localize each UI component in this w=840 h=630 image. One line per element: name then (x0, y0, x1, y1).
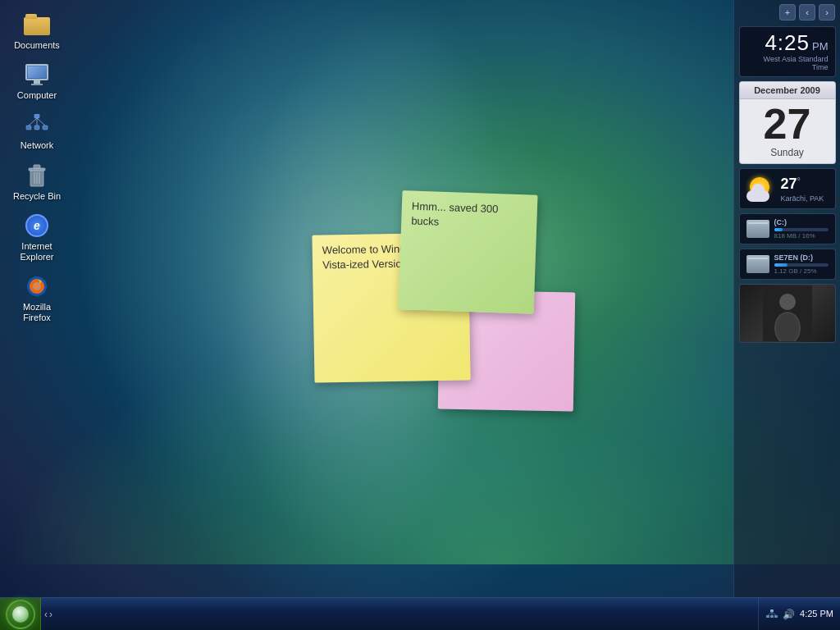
calendar-weekday: Sunday (740, 147, 835, 163)
desktop-icon-computer[interactable]: Computer (8, 58, 66, 104)
sticky-note-green-text: Hmm... saved 300 bucks (411, 200, 499, 228)
widget-weather: 27 ° Karāchi, PAK (739, 168, 836, 209)
weather-city: Karāchi, PAK (781, 194, 829, 203)
start-button[interactable] (0, 598, 41, 631)
recycle-bin-icon (24, 162, 50, 189)
desktop-icon-documents[interactable]: Documents (8, 8, 66, 54)
svg-line-6 (37, 118, 45, 126)
calendar-month-year: December 2009 (740, 82, 835, 99)
drive-c-icon (746, 220, 769, 238)
documents-label: Documents (14, 40, 60, 51)
desktop-icon-recycle-bin[interactable]: Recycle Bin (8, 159, 66, 205)
weather-icon (746, 174, 776, 203)
svg-rect-23 (774, 615, 778, 618)
sidebar-panel: + ‹ › 4:25 PM West Asia Standard Time De… (733, 0, 840, 597)
network-label: Network (21, 140, 53, 151)
svg-rect-22 (770, 615, 774, 618)
weather-temp: 27 (781, 176, 797, 193)
taskbar-nav: ‹ › (41, 609, 56, 620)
recycle-bin-label: Recycle Bin (13, 191, 61, 202)
svg-line-4 (29, 118, 37, 126)
svg-rect-1 (26, 126, 31, 130)
taskbar-clock: 4:25 PM (800, 608, 833, 620)
sticky-note-green[interactable]: Hmm... saved 300 bucks (399, 190, 538, 314)
tray-icon-network[interactable] (765, 608, 778, 621)
ie-label: Internet Explorer (11, 241, 62, 262)
start-orb (6, 600, 35, 629)
sidebar-toolbar: + ‹ › (734, 4, 840, 22)
ie-icon: e (24, 212, 50, 239)
firefox-label: Mozilla Firefox (11, 302, 62, 323)
svg-rect-9 (34, 165, 40, 168)
start-orb-inner (12, 606, 29, 623)
tray-icons: 🔊 (765, 608, 795, 621)
computer-label: Computer (17, 90, 57, 101)
svg-line-24 (768, 612, 772, 615)
svg-rect-2 (34, 126, 39, 130)
widget-drive-d: SE7EN (D:) 1.12 GB / 25% (739, 249, 836, 280)
widget-photo (739, 284, 836, 343)
drive-d-label: SE7EN (D:) (774, 253, 829, 262)
sidebar-next-button[interactable]: › (819, 4, 835, 21)
taskbar-right: 🔊 4:25 PM (758, 598, 840, 630)
widget-clock: 4:25 PM West Asia Standard Time (739, 26, 836, 77)
drive-c-info: (C:) 818 MB / 16% (774, 218, 829, 240)
widget-calendar: December 2009 27 Sunday (739, 81, 836, 164)
svg-rect-3 (43, 126, 48, 130)
drive-d-icon (746, 255, 769, 273)
drive-c-size: 818 MB / 16% (774, 232, 829, 240)
firefox-icon (24, 273, 50, 299)
taskbar-back-icon[interactable]: ‹ (44, 609, 48, 620)
weather-deg: ° (797, 176, 801, 185)
drive-c-bar (774, 228, 829, 231)
desktop-icons: Documents Computer (8, 8, 66, 327)
taskbar-forward-icon[interactable]: › (49, 609, 52, 620)
drive-d-bar (774, 263, 829, 267)
svg-rect-21 (766, 615, 769, 618)
svg-line-26 (772, 612, 776, 615)
clock-timezone: West Asia Standard Time (746, 55, 829, 71)
svg-rect-0 (34, 114, 39, 118)
weather-info: 27 ° Karāchi, PAK (781, 176, 829, 203)
svg-rect-20 (770, 609, 774, 612)
taskbar: ‹ › 🔊 (0, 597, 840, 630)
svg-point-17 (779, 294, 796, 310)
computer-icon (24, 62, 50, 88)
widget-drive-c: (C:) 818 MB / 16% (739, 213, 836, 244)
taskbar-middle (56, 598, 758, 630)
drive-c-fill (774, 228, 783, 231)
tray-icon-sound[interactable]: 🔊 (782, 608, 795, 621)
desktop-icon-network[interactable]: Network (8, 108, 66, 154)
drive-d-size: 1.12 GB / 25% (774, 267, 829, 275)
taskbar-time: 4:25 PM (800, 608, 833, 620)
desktop-icon-ie[interactable]: e Internet Explorer (8, 209, 66, 266)
drive-d-fill (774, 263, 788, 267)
sidebar-add-button[interactable]: + (779, 4, 796, 21)
calendar-day: 27 (740, 99, 835, 147)
photo-silhouette (763, 285, 812, 341)
desktop-icon-firefox[interactable]: Mozilla Firefox (8, 270, 66, 326)
drive-d-info: SE7EN (D:) 1.12 GB / 25% (774, 253, 829, 275)
desktop: Documents Computer (0, 0, 840, 630)
clock-time: 4:25 (765, 32, 810, 53)
sidebar-prev-button[interactable]: ‹ (799, 4, 815, 21)
svg-point-15 (33, 282, 41, 290)
svg-rect-8 (29, 168, 45, 171)
drive-c-label: (C:) (774, 218, 829, 226)
network-icon (24, 112, 50, 138)
clock-ampm: PM (812, 40, 829, 52)
folder-icon (24, 11, 50, 38)
